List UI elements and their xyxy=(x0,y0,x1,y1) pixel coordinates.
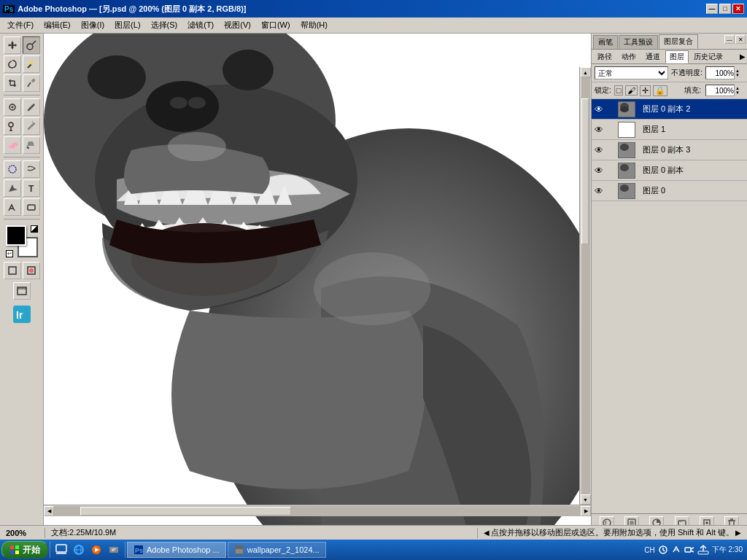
maximize-button[interactable]: □ xyxy=(719,4,731,14)
fill-arrows[interactable]: ▲ ▼ xyxy=(735,84,744,97)
lasso-tool[interactable] xyxy=(4,55,21,73)
screen-mode[interactable] xyxy=(13,282,31,300)
move-tool[interactable] xyxy=(4,36,21,54)
panel-tab-tool-presets[interactable]: 工具预设 xyxy=(619,35,658,49)
tray-icon-network[interactable] xyxy=(697,545,709,555)
pen-tool[interactable] xyxy=(4,179,21,197)
scroll-thumb-h[interactable] xyxy=(80,507,291,516)
taskbar-photoshop[interactable]: Ps Adobe Photoshop ... xyxy=(127,542,226,558)
subtab-menu-arrow[interactable]: ▶ xyxy=(740,52,746,61)
eraser-tool[interactable] xyxy=(4,136,21,154)
shape-tool[interactable] xyxy=(23,198,40,216)
eyedropper[interactable] xyxy=(23,74,40,92)
layer-visibility-4[interactable]: 👁 xyxy=(593,185,605,197)
subtab-paths[interactable]: 路径 xyxy=(593,50,616,63)
svg-rect-76 xyxy=(10,545,14,549)
crop-tool[interactable] xyxy=(4,74,21,92)
svg-point-51 xyxy=(222,50,274,90)
layer-visibility-2[interactable]: 👁 xyxy=(593,144,605,156)
panel-close[interactable]: ✕ xyxy=(735,35,746,44)
tray-icon-3[interactable] xyxy=(684,545,694,555)
panel-minimize[interactable]: — xyxy=(724,35,735,44)
panel-tab-layer-comps[interactable]: 图层复合 xyxy=(659,34,698,49)
lock-all-btn[interactable]: 🔒 xyxy=(653,85,667,96)
show-desktop-btn[interactable] xyxy=(53,542,69,558)
scroll-right-button[interactable]: ▶ xyxy=(581,506,591,516)
language-indicator[interactable]: CH xyxy=(644,546,654,554)
magic-wand[interactable] xyxy=(23,55,40,73)
blend-mode-select[interactable]: 正常 溶解 变暗 正片叠底 xyxy=(595,66,668,79)
scroll-thumb-v[interactable] xyxy=(581,98,589,244)
scroll-up-button[interactable]: ▲ xyxy=(581,67,591,77)
subtab-layers[interactable]: 图层 xyxy=(665,50,689,63)
layer-visibility-3[interactable]: 👁 xyxy=(593,165,605,176)
prev-scroll-btn[interactable]: ◀ xyxy=(484,529,489,537)
layer-visibility-1[interactable]: 👁 xyxy=(593,124,605,136)
zoom-level: 200% xyxy=(6,529,39,537)
menu-help[interactable]: 帮助(H) xyxy=(296,18,332,32)
menu-window[interactable]: 窗口(W) xyxy=(257,18,295,32)
svg-point-57 xyxy=(620,106,629,112)
subtab-history[interactable]: 历史记录 xyxy=(689,50,727,63)
lock-transparent-btn[interactable]: □ xyxy=(614,85,624,96)
horizontal-scrollbar[interactable]: ◀ ▶ xyxy=(44,505,591,516)
clone-stamp[interactable] xyxy=(4,117,21,135)
lock-image-btn[interactable]: 🖌 xyxy=(625,85,638,96)
standard-mode[interactable] xyxy=(4,262,21,279)
scroll-left-button[interactable]: ◀ xyxy=(44,506,54,516)
subtab-channels[interactable]: 通道 xyxy=(641,50,665,63)
imageready-link[interactable]: Ir xyxy=(12,304,32,326)
layer-item-3[interactable]: 👁 图层 0 副本 xyxy=(592,160,747,181)
type-tool[interactable]: T xyxy=(23,179,40,197)
path-selection[interactable] xyxy=(4,198,21,216)
layer-item-1[interactable]: 👁 图层 1 xyxy=(592,120,747,140)
vertical-scrollbar[interactable]: ▲ ▼ xyxy=(579,67,591,505)
foreground-color[interactable] xyxy=(6,225,26,246)
tray-icon-1[interactable] xyxy=(658,545,668,555)
smudge-tool[interactable] xyxy=(23,160,40,178)
subtab-actions[interactable]: 动作 xyxy=(617,50,640,63)
healing-brush[interactable] xyxy=(4,98,21,116)
scroll-down-button[interactable]: ▼ xyxy=(581,494,591,505)
fill-input[interactable] xyxy=(705,85,735,96)
opacity-input[interactable] xyxy=(705,66,735,79)
menu-edit[interactable]: 编辑(E) xyxy=(39,18,75,32)
ie-btn[interactable] xyxy=(71,542,87,558)
menu-view[interactable]: 视图(V) xyxy=(220,18,255,32)
dodge-tool-btn[interactable] xyxy=(23,36,40,54)
layer-item-0[interactable]: 👁 图层 0 副本 2 xyxy=(592,99,747,120)
start-button[interactable]: 开始 xyxy=(1,541,48,559)
next-scroll-btn[interactable]: ▶ xyxy=(735,529,741,537)
canvas-area[interactable] xyxy=(44,34,591,531)
lock-label: 锁定: xyxy=(595,85,611,96)
layer-visibility-0[interactable]: 👁 xyxy=(593,104,605,115)
menu-select[interactable]: 选择(S) xyxy=(147,18,182,32)
layer-item-2[interactable]: 👁 图层 0 副本 3 xyxy=(592,140,747,160)
close-button[interactable]: ✕ xyxy=(732,4,744,14)
opacity-arrows[interactable]: ▲ ▼ xyxy=(735,66,744,79)
history-brush[interactable] xyxy=(23,117,40,135)
media-btn[interactable] xyxy=(88,542,104,558)
lock-position-btn[interactable]: ✛ xyxy=(640,85,651,96)
lock-icons: □ 🖌 ✛ 🔒 xyxy=(614,85,668,96)
swap-colors[interactable] xyxy=(31,225,38,233)
tray-icon-2[interactable] xyxy=(671,545,681,555)
scroll-track-v[interactable] xyxy=(581,77,590,494)
brush-tool[interactable] xyxy=(23,98,40,116)
menu-filter[interactable]: 滤镜(T) xyxy=(183,18,218,32)
quick-mask[interactable] xyxy=(23,262,40,279)
menu-layer[interactable]: 图层(L) xyxy=(110,18,144,32)
menu-file[interactable]: 文件(F) xyxy=(3,18,38,32)
blur-tool[interactable] xyxy=(4,160,21,178)
layer-item-4[interactable]: 👁 图层 0 xyxy=(592,181,747,201)
paint-bucket[interactable] xyxy=(23,136,40,154)
taskbar-wallpaper[interactable]: wallpaper_2_1024... xyxy=(228,542,326,558)
reset-colors[interactable]: ↩ xyxy=(6,250,13,257)
layer-thumb-2 xyxy=(618,142,635,158)
extra-btn[interactable] xyxy=(106,542,122,558)
panel-tab-brush[interactable]: 画笔 xyxy=(593,35,618,49)
scroll-track-h[interactable] xyxy=(54,506,581,516)
minimize-button[interactable]: — xyxy=(706,4,718,14)
menu-image[interactable]: 图像(I) xyxy=(77,18,109,32)
layer-thumb-1 xyxy=(618,122,635,138)
